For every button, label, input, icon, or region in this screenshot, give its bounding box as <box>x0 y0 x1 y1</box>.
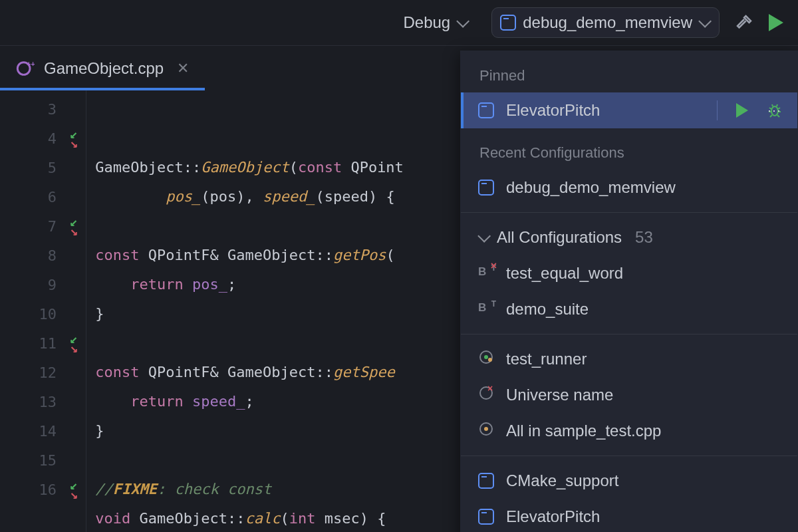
run-config-label: debug_demo_memview <box>523 13 692 32</box>
build-mode-label: Debug <box>403 13 450 32</box>
config-item-debug-demo-memview[interactable]: debug_demo_memview <box>461 170 797 205</box>
vcs-change-icon: ↙↘ <box>70 480 78 499</box>
config-label: ElevatorPitch <box>506 101 600 120</box>
tab-gameobject-cpp[interactable]: ++ GameObject.cpp ✕ <box>0 46 205 90</box>
svg-point-9 <box>484 427 488 431</box>
config-item-test-runner[interactable]: test_runner <box>461 341 797 377</box>
tab-label: GameObject.cpp <box>44 59 164 78</box>
boost-test-error-icon: BT <box>478 265 494 281</box>
svg-point-5 <box>488 358 492 362</box>
config-label: debug_demo_memview <box>506 178 676 197</box>
vcs-change-icon: ↙↘ <box>70 217 78 235</box>
line-number: 3 <box>0 94 86 124</box>
line-number: 14 <box>0 416 86 446</box>
svg-point-4 <box>484 355 488 359</box>
all-configs-count: 53 <box>635 228 653 247</box>
line-number: 13 <box>0 387 86 416</box>
config-icon <box>478 180 494 196</box>
chevron-down-icon <box>477 229 491 243</box>
config-icon <box>478 509 494 525</box>
run-icon[interactable] <box>769 14 783 31</box>
line-number: 16↙↘ <box>0 475 86 504</box>
line-number: 8 <box>0 241 86 270</box>
config-item-elevatorpitch-all[interactable]: ElevatorPitch <box>461 499 797 532</box>
config-label: test_equal_word <box>506 264 623 283</box>
all-configurations-expander[interactable]: All Configurations 53 <box>461 219 797 255</box>
boost-test-icon: BT <box>478 301 494 317</box>
line-number: 9 <box>0 270 86 299</box>
separator <box>717 100 718 120</box>
svg-text:++: ++ <box>27 59 35 67</box>
line-gutter: 3 4↙↘ 5 6 7↙↘ 8 9 10 11↙↘ 12 13 14 15 16… <box>0 90 86 532</box>
config-label: demo_suite <box>506 300 589 319</box>
gtest-error-icon: × <box>478 385 494 405</box>
config-item-demo-suite[interactable]: BT demo_suite <box>461 291 797 327</box>
config-label: ElevatorPitch <box>506 507 600 526</box>
config-icon <box>500 15 516 31</box>
run-icon[interactable] <box>736 103 748 118</box>
more-icon[interactable]: ⋮ <box>767 104 783 116</box>
config-label: Universe name <box>506 386 613 404</box>
config-item-all-in-sample-test[interactable]: All in sample_test.cpp <box>461 413 797 449</box>
line-number: 11↙↘ <box>0 329 86 358</box>
line-number: 15 <box>0 446 86 475</box>
top-toolbar: Debug debug_demo_memview <box>0 0 798 45</box>
close-icon[interactable]: ✕ <box>177 60 189 77</box>
build-icon[interactable] <box>734 13 754 33</box>
config-icon <box>478 102 494 118</box>
config-label: All in sample_test.cpp <box>506 422 661 440</box>
config-item-elevatorpitch[interactable]: ElevatorPitch ⋮ <box>461 92 797 128</box>
svg-text:×: × <box>487 385 493 394</box>
line-number: 7↙↘ <box>0 211 86 241</box>
build-mode-selector[interactable]: Debug <box>392 7 477 38</box>
line-number: 6 <box>0 182 86 211</box>
all-configs-label: All Configurations <box>497 228 622 247</box>
config-label: CMake_support <box>506 471 618 490</box>
separator <box>461 456 797 456</box>
chevron-down-icon <box>698 15 712 28</box>
line-number: 10 <box>0 299 86 329</box>
gtest-icon <box>478 349 494 369</box>
run-config-dropdown: Pinned ElevatorPitch ⋮ Recent Configurat… <box>460 51 798 532</box>
config-icon <box>478 473 494 489</box>
gtest-icon <box>478 421 494 441</box>
config-item-cmake-support[interactable]: CMake_support <box>461 463 797 499</box>
line-number: 4↙↘ <box>0 124 86 153</box>
line-number: 5 <box>0 153 86 182</box>
config-item-test-equal-word[interactable]: BT test_equal_word <box>461 255 797 291</box>
chevron-down-icon <box>456 15 469 28</box>
vcs-change-icon: ↙↘ <box>70 129 78 148</box>
separator <box>461 334 797 334</box>
dropdown-section-recent: Recent Configurations <box>461 128 797 170</box>
config-item-universe-name[interactable]: × Universe name <box>461 377 797 413</box>
vcs-change-icon: ↙↘ <box>70 334 78 352</box>
line-number: 12 <box>0 358 86 387</box>
run-config-selector[interactable]: debug_demo_memview <box>491 7 720 38</box>
separator <box>461 212 797 213</box>
config-label: test_runner <box>506 350 587 368</box>
dropdown-section-pinned: Pinned <box>461 51 797 92</box>
cpp-file-icon: ++ <box>16 59 35 78</box>
